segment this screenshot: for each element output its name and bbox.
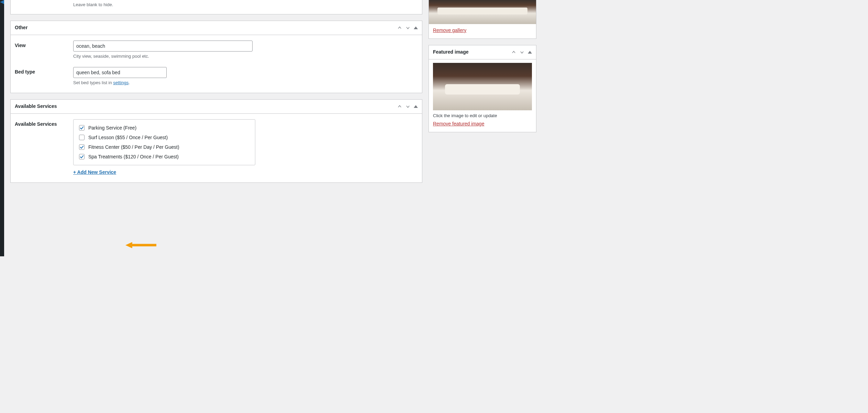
- remove-featured-image-link[interactable]: Remove featured image: [433, 121, 484, 126]
- toggle-panel-icon[interactable]: [528, 51, 532, 54]
- view-help: City view, seaside, swimming pool etc.: [73, 54, 418, 59]
- move-down-button[interactable]: [405, 104, 410, 109]
- featured-image-caption: Click the image to edit or update: [433, 113, 532, 118]
- collapse-arrow-icon: [0, 0, 4, 4]
- toggle-panel-icon[interactable]: [414, 26, 418, 29]
- service-checkbox[interactable]: [79, 125, 85, 131]
- view-label: View: [15, 41, 73, 59]
- service-row[interactable]: Spa Treatments ($120 / Once / Per Guest): [78, 152, 251, 161]
- featured-image-panel: Featured image Click the image to edit o…: [429, 45, 536, 132]
- service-label: Surf Lesson ($55 / Once / Per Guest): [88, 135, 168, 140]
- services-panel-title: Available Services: [15, 103, 57, 110]
- admin-sidebar-collapsed[interactable]: [0, 0, 4, 256]
- move-up-button[interactable]: [511, 50, 516, 55]
- bed-help-post: .: [129, 80, 130, 85]
- service-row[interactable]: Fitness Center ($50 / Per Day / Per Gues…: [78, 142, 251, 152]
- featured-image-header: Featured image: [429, 45, 536, 59]
- services-panel: Available Services Available Services Pa…: [10, 99, 422, 183]
- toggle-panel-icon[interactable]: [414, 105, 418, 108]
- service-label: Fitness Center ($50 / Per Day / Per Gues…: [88, 144, 179, 150]
- other-panel-title: Other: [15, 24, 27, 31]
- top-help-text: Leave blank to hide.: [69, 0, 422, 14]
- bed-help-pre: Set bed types list in: [73, 80, 113, 85]
- annotation-arrow-icon: [125, 242, 156, 248]
- move-down-button[interactable]: [405, 25, 410, 30]
- gallery-panel: Remove gallery: [429, 0, 536, 39]
- view-input[interactable]: [73, 41, 253, 52]
- service-row[interactable]: Parking Service (Free): [78, 123, 251, 133]
- service-checkbox[interactable]: [79, 154, 85, 159]
- move-up-button[interactable]: [397, 25, 402, 30]
- settings-link[interactable]: settings: [113, 80, 129, 85]
- service-checkbox[interactable]: [79, 144, 85, 150]
- featured-image-thumbnail[interactable]: [433, 63, 532, 110]
- services-list: Parking Service (Free)Surf Lesson ($55 /…: [73, 119, 255, 165]
- other-panel: Other View City view, seaside, swimming …: [10, 21, 422, 93]
- top-cut-panel: Leave blank to hide.: [10, 0, 422, 14]
- service-label: Parking Service (Free): [88, 125, 136, 131]
- gallery-thumbnail[interactable]: [429, 0, 536, 24]
- other-panel-header: Other: [11, 21, 422, 35]
- bed-type-help: Set bed types list in settings.: [73, 80, 418, 85]
- featured-image-title: Featured image: [433, 49, 468, 56]
- services-panel-header: Available Services: [11, 100, 422, 114]
- move-up-button[interactable]: [397, 104, 402, 109]
- add-new-service-link[interactable]: + Add New Service: [73, 169, 116, 175]
- move-down-button[interactable]: [520, 50, 524, 55]
- service-checkbox[interactable]: [79, 135, 85, 140]
- services-label: Available Services: [15, 119, 73, 175]
- service-row[interactable]: Surf Lesson ($55 / Once / Per Guest): [78, 133, 251, 142]
- remove-gallery-link[interactable]: Remove gallery: [433, 27, 466, 33]
- bed-type-input[interactable]: [73, 67, 167, 78]
- bed-type-label: Bed type: [15, 67, 73, 85]
- service-label: Spa Treatments ($120 / Once / Per Guest): [88, 154, 179, 159]
